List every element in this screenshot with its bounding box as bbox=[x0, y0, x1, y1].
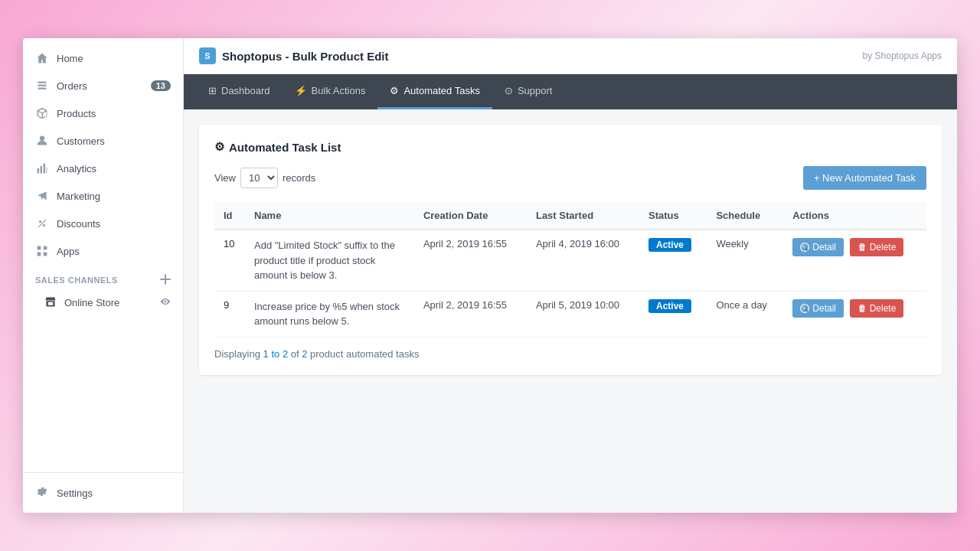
detail-button[interactable]: 🔍 Detail bbox=[792, 238, 844, 256]
svg-rect-11 bbox=[38, 246, 41, 250]
sidebar: Home Orders 13 Products Customers bbox=[23, 38, 184, 513]
sidebar-item-orders[interactable]: Orders 13 bbox=[23, 72, 183, 99]
svg-text:🔍: 🔍 bbox=[801, 243, 808, 251]
app-logo: S bbox=[199, 47, 216, 64]
cell-actions: 🔍 Detail Delete bbox=[783, 230, 926, 291]
card-title: ⚙ Automated Task List bbox=[214, 140, 926, 154]
svg-rect-5 bbox=[41, 166, 42, 174]
products-icon bbox=[35, 106, 49, 120]
nav-bar: ⊞ Dashboard ⚡ Bulk Actions ⚙ Automated T… bbox=[184, 74, 957, 109]
task-list-card: ⚙ Automated Task List View 10 25 50 reco… bbox=[199, 125, 942, 375]
svg-rect-14 bbox=[44, 253, 47, 256]
add-channel-icon[interactable] bbox=[160, 274, 171, 286]
cell-name: Increase price by %5 when stock amount r… bbox=[245, 291, 414, 337]
cell-last-started: April 4, 2019 16:00 bbox=[527, 230, 639, 291]
bulk-icon: ⚡ bbox=[295, 85, 307, 96]
tasks-icon: ⚙ bbox=[390, 85, 399, 96]
sidebar-item-customers[interactable]: Customers bbox=[23, 127, 183, 155]
cell-schedule: Weekly bbox=[707, 230, 783, 291]
detail-button[interactable]: 🔍 Detail bbox=[792, 299, 844, 318]
sidebar-item-label: Apps bbox=[57, 246, 80, 257]
analytics-icon bbox=[35, 161, 49, 175]
col-schedule: Schedule bbox=[707, 202, 783, 230]
eye-icon bbox=[160, 296, 171, 309]
col-creation-date: Creation Date bbox=[414, 202, 527, 230]
sales-channels-section: SALES CHANNELS bbox=[23, 265, 183, 289]
sidebar-item-label: Discounts bbox=[57, 218, 100, 230]
nav-item-bulk-actions[interactable]: ⚡ Bulk Actions bbox=[283, 74, 378, 109]
cell-id: 10 bbox=[214, 230, 245, 291]
col-id: Id bbox=[214, 202, 245, 230]
sidebar-item-settings[interactable]: Settings bbox=[23, 479, 183, 507]
content-area: ⚙ Automated Task List View 10 25 50 reco… bbox=[184, 109, 957, 513]
toolbar-left: View 10 25 50 records bbox=[214, 168, 315, 188]
cell-schedule: Once a day bbox=[707, 291, 783, 337]
svg-rect-12 bbox=[44, 246, 47, 250]
nav-item-support[interactable]: ⊙ Support bbox=[492, 74, 565, 109]
col-last-started: Last Started bbox=[527, 202, 639, 230]
sidebar-item-label: Products bbox=[57, 108, 96, 119]
settings-icon bbox=[35, 486, 49, 500]
new-task-button[interactable]: + New Automated Task bbox=[803, 166, 926, 190]
sidebar-item-label: Orders bbox=[57, 80, 87, 92]
svg-rect-6 bbox=[44, 164, 45, 174]
app-title: S Shoptopus - Bulk Product Edit bbox=[199, 47, 389, 64]
sidebar-item-online-store[interactable]: Online Store bbox=[23, 289, 183, 316]
delete-button[interactable]: Delete bbox=[850, 299, 904, 318]
cell-status: Active bbox=[639, 291, 707, 337]
col-actions: Actions bbox=[783, 202, 926, 230]
sidebar-item-analytics[interactable]: Analytics bbox=[23, 155, 183, 182]
view-select[interactable]: 10 25 50 bbox=[240, 168, 278, 188]
status-badge: Active bbox=[648, 238, 691, 252]
dashboard-icon: ⊞ bbox=[208, 85, 217, 96]
delete-button[interactable]: Delete bbox=[850, 238, 904, 256]
table-row: 9 Increase price by %5 when stock amount… bbox=[214, 291, 926, 337]
displaying-range[interactable]: 1 to 2 bbox=[263, 348, 289, 360]
store-icon bbox=[44, 295, 57, 310]
displaying-text: Displaying 1 to 2 of 2 product automated… bbox=[214, 348, 926, 360]
task-table: Id Name Creation Date Last Started Statu… bbox=[214, 202, 926, 337]
home-icon bbox=[35, 51, 49, 65]
marketing-icon bbox=[35, 189, 49, 203]
main-content: S Shoptopus - Bulk Product Edit by Shopt… bbox=[184, 38, 957, 513]
cell-creation-date: April 2, 2019 16:55 bbox=[414, 230, 527, 291]
col-status: Status bbox=[639, 202, 707, 230]
svg-rect-1 bbox=[38, 84, 46, 86]
sidebar-sub-item-label: Online Store bbox=[64, 297, 119, 308]
sidebar-item-home[interactable]: Home bbox=[23, 44, 183, 72]
svg-rect-7 bbox=[47, 167, 47, 173]
app-by-text: by Shoptopus Apps bbox=[863, 51, 942, 61]
sidebar-item-marketing[interactable]: Marketing bbox=[23, 182, 183, 210]
sidebar-item-apps[interactable]: Apps bbox=[23, 237, 183, 265]
svg-rect-0 bbox=[38, 81, 46, 83]
nav-item-dashboard[interactable]: ⊞ Dashboard bbox=[196, 74, 283, 109]
svg-point-8 bbox=[39, 220, 41, 223]
nav-item-automated-tasks[interactable]: ⚙ Automated Tasks bbox=[377, 74, 492, 109]
table-row: 10 Add "Limited Stock" suffix to the pro… bbox=[214, 230, 926, 291]
gear-icon: ⚙ bbox=[214, 140, 224, 154]
sidebar-footer-label: Settings bbox=[57, 487, 93, 499]
orders-icon bbox=[35, 79, 49, 93]
svg-rect-13 bbox=[38, 253, 41, 256]
cell-actions: 🔍 Detail Delete bbox=[783, 291, 926, 337]
support-icon: ⊙ bbox=[505, 85, 513, 96]
svg-text:🔍: 🔍 bbox=[801, 305, 808, 312]
sidebar-item-products[interactable]: Products bbox=[23, 99, 183, 127]
app-header: S Shoptopus - Bulk Product Edit by Shopt… bbox=[184, 38, 957, 74]
apps-icon bbox=[35, 244, 49, 258]
cell-status: Active bbox=[639, 230, 707, 291]
cell-name: Add "Limited Stock" suffix to the produc… bbox=[245, 230, 414, 291]
cell-last-started: April 5, 2019 10:00 bbox=[527, 291, 639, 337]
svg-point-3 bbox=[40, 136, 44, 141]
discounts-icon bbox=[35, 217, 49, 230]
svg-rect-4 bbox=[38, 168, 39, 173]
sidebar-item-discounts[interactable]: Discounts bbox=[23, 210, 183, 237]
sidebar-item-label: Marketing bbox=[57, 191, 100, 202]
svg-rect-2 bbox=[38, 87, 46, 89]
records-label: records bbox=[283, 172, 315, 184]
view-label: View bbox=[214, 172, 236, 184]
status-badge: Active bbox=[648, 299, 691, 313]
orders-badge: 13 bbox=[151, 80, 171, 91]
customers-icon bbox=[35, 134, 49, 148]
cell-creation-date: April 2, 2019 16:55 bbox=[414, 291, 527, 337]
